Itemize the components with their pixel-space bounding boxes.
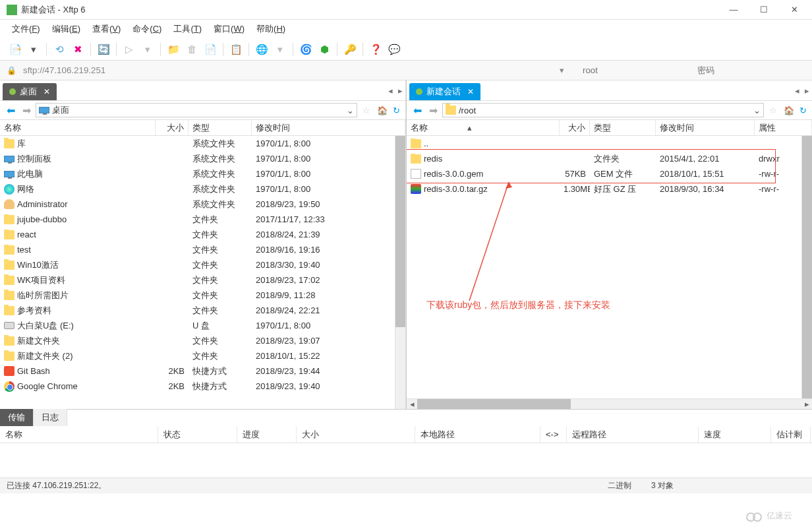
goto-icon[interactable]: ↻: [392, 106, 401, 115]
file-row[interactable]: Google Chrome2KB快捷方式2018/9/23, 19:40: [0, 379, 405, 394]
back-button[interactable]: ⬅: [411, 104, 424, 117]
refresh-icon[interactable]: 🏠: [376, 106, 389, 115]
new-folder-button[interactable]: 📁: [165, 41, 182, 58]
swirl-icon[interactable]: 🌀: [297, 41, 314, 58]
menu-item[interactable]: 工具(T): [171, 22, 204, 36]
file-row[interactable]: 控制面板系统文件夹1970/1/1, 8:00: [0, 151, 405, 166]
disconnect-button[interactable]: ✖: [69, 41, 86, 58]
transfer-col[interactable]: 本地路径: [415, 426, 540, 443]
file-row[interactable]: 新建文件夹 (2)文件夹2018/10/1, 15:22: [0, 348, 405, 363]
col-name[interactable]: 名称: [0, 120, 156, 135]
right-scrollbar[interactable]: [801, 136, 812, 398]
close-button[interactable]: ✕: [779, 0, 809, 20]
file-name: 临时所需图片: [17, 290, 69, 301]
file-row[interactable]: 库系统文件夹1970/1/1, 8:00: [0, 136, 405, 151]
file-row[interactable]: 此电脑系统文件夹1970/1/1, 8:00: [0, 166, 405, 181]
properties-button[interactable]: 📄: [202, 41, 219, 58]
right-h-scrollbar[interactable]: ◂▸: [407, 398, 812, 409]
bookmark-icon[interactable]: ☆: [360, 106, 373, 115]
transfer-col[interactable]: 估计剩: [771, 426, 811, 443]
transfer-col[interactable]: 大小: [297, 426, 415, 443]
left-scrollbar[interactable]: [395, 136, 405, 409]
file-row[interactable]: ..: [407, 136, 812, 151]
maximize-button[interactable]: ☐: [749, 0, 779, 20]
goto-icon[interactable]: ↻: [798, 106, 808, 115]
new-button[interactable]: 📄+: [7, 41, 24, 58]
bottom-tab[interactable]: 日志: [34, 409, 67, 426]
col-name[interactable]: 名称▴: [407, 120, 560, 135]
right-tab-session[interactable]: 新建会话 ✕: [409, 83, 480, 100]
forward-button[interactable]: ➡: [20, 104, 33, 117]
right-path-text: /root: [459, 106, 751, 115]
globe-button[interactable]: 🌐: [253, 41, 270, 58]
transfer-col[interactable]: 速度: [699, 426, 771, 443]
key-button[interactable]: 🔑: [341, 41, 359, 58]
reconnect-button[interactable]: ⟲: [51, 41, 68, 58]
path-input[interactable]: 桌面 ⌄: [36, 103, 357, 117]
path-dropdown-icon[interactable]: ⌄: [347, 106, 354, 115]
forward-button[interactable]: ➡: [426, 104, 440, 117]
hex-icon[interactable]: ⬢: [316, 41, 333, 58]
delete-button[interactable]: 🗑: [183, 41, 200, 58]
user-input[interactable]: [579, 64, 691, 77]
help-button[interactable]: ❓: [367, 41, 384, 58]
transfer-col[interactable]: 状态: [158, 426, 237, 443]
transfer-col[interactable]: 名称: [0, 426, 158, 443]
address-input[interactable]: [19, 64, 545, 77]
tab-next-icon[interactable]: ▸: [395, 86, 405, 96]
clipboard-button[interactable]: 📋: [227, 41, 245, 58]
dropdown-button[interactable]: ▾: [139, 41, 156, 58]
password-input[interactable]: [693, 64, 805, 77]
close-icon[interactable]: ✕: [465, 87, 474, 96]
minimize-button[interactable]: —: [718, 0, 749, 20]
chat-button[interactable]: 💬: [386, 41, 403, 58]
close-icon[interactable]: ✕: [41, 87, 50, 96]
globe-dd-button[interactable]: ▾: [272, 41, 289, 58]
menu-item[interactable]: 窗口(W): [211, 22, 247, 36]
file-row[interactable]: test文件夹2018/9/16, 19:16: [0, 242, 405, 257]
col-type[interactable]: 类型: [188, 120, 252, 135]
play-button[interactable]: ▷: [121, 41, 138, 58]
menu-item[interactable]: 帮助(H): [254, 22, 288, 36]
tab-prev-icon[interactable]: ◂: [792, 86, 802, 96]
file-row[interactable]: jujube-dubbo文件夹2017/11/17, 12:33: [0, 212, 405, 227]
transfer-col[interactable]: <->: [540, 426, 567, 443]
file-row[interactable]: WK项目资料文件夹2018/9/23, 17:02: [0, 272, 405, 288]
menu-item[interactable]: 文件(F): [9, 22, 43, 36]
tab-next-icon[interactable]: ▸: [802, 86, 812, 96]
refresh-icon[interactable]: 🏠: [782, 106, 796, 115]
file-row[interactable]: 大白菜U盘 (E:)U 盘1970/1/1, 8:00: [0, 318, 405, 333]
open-button[interactable]: ▾: [25, 41, 42, 58]
col-size[interactable]: 大小: [560, 120, 590, 135]
address-dropdown[interactable]: ▾: [548, 65, 576, 75]
file-row[interactable]: 临时所需图片文件夹2018/9/9, 11:28: [0, 288, 405, 303]
menu-item[interactable]: 编辑(E): [49, 22, 83, 36]
file-row[interactable]: redis文件夹2015/4/1, 22:01drwxr: [407, 151, 812, 166]
file-row[interactable]: redis-3.0.0.tar.gz1.30MB好压 GZ 压2018/9/30…: [407, 181, 812, 197]
bookmark-icon[interactable]: ☆: [767, 106, 780, 115]
path-input[interactable]: /root ⌄: [442, 103, 764, 117]
file-row[interactable]: Administrator系统文件夹2018/9/23, 19:50: [0, 197, 405, 212]
file-row[interactable]: react文件夹2018/8/24, 21:39: [0, 227, 405, 242]
col-size[interactable]: 大小: [156, 120, 188, 135]
file-row[interactable]: Git Bash2KB快捷方式2018/9/23, 19:44: [0, 363, 405, 379]
col-attr[interactable]: 属性: [755, 120, 812, 135]
tab-prev-icon[interactable]: ◂: [386, 86, 395, 96]
file-row[interactable]: 参考资料文件夹2018/9/24, 22:21: [0, 303, 405, 318]
col-type[interactable]: 类型: [590, 120, 656, 135]
path-dropdown-icon[interactable]: ⌄: [753, 106, 761, 115]
menu-item[interactable]: 命令(C): [130, 22, 164, 36]
col-date[interactable]: 修改时间: [252, 120, 405, 135]
transfer-col[interactable]: 远程路径: [567, 426, 699, 443]
back-button[interactable]: ⬅: [4, 104, 17, 117]
left-tab-desktop[interactable]: 桌面 ✕: [3, 83, 57, 100]
file-row[interactable]: 网络系统文件夹1970/1/1, 8:00: [0, 181, 405, 197]
menu-item[interactable]: 查看(V): [90, 22, 123, 36]
file-row[interactable]: redis-3.0.0.gem57KBGEM 文件2018/10/1, 15:5…: [407, 166, 812, 181]
bottom-tab[interactable]: 传输: [0, 409, 34, 426]
col-date[interactable]: 修改时间: [656, 120, 755, 135]
file-row[interactable]: Win10激活文件夹2018/3/30, 19:40: [0, 257, 405, 272]
sync-button[interactable]: 🔄: [95, 41, 112, 58]
transfer-col[interactable]: 进度: [237, 426, 297, 443]
file-row[interactable]: 新建文件夹文件夹2018/9/23, 19:07: [0, 333, 405, 348]
